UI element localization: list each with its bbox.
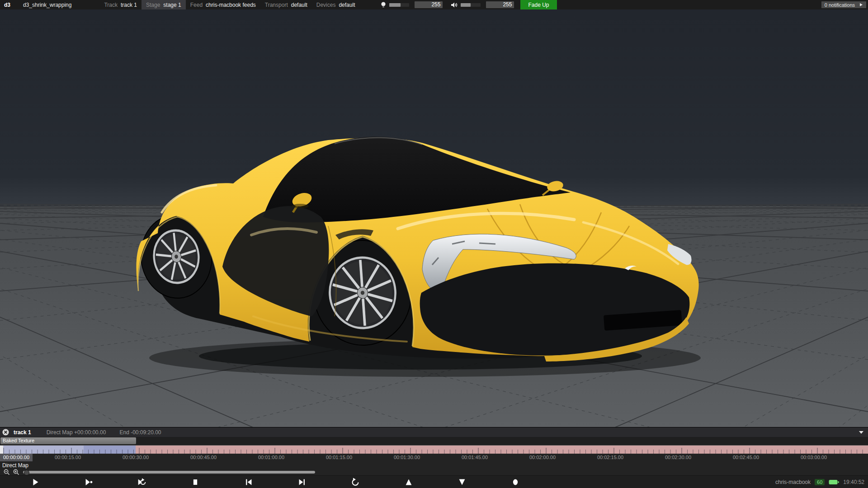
- stop-button[interactable]: [186, 476, 204, 488]
- brightness-control: 255: [380, 1, 443, 8]
- stop-icon: [190, 477, 200, 487]
- menu-track[interactable]: Tracktrack 1: [99, 0, 142, 9]
- brightness-value[interactable]: 255: [415, 1, 443, 8]
- play-to-next-section-button[interactable]: [80, 476, 98, 488]
- previous-section-button[interactable]: [240, 476, 258, 488]
- timeline-zoom-row: [0, 469, 868, 475]
- track-header: track 1 Direct Map +00:00:00.00 End -00:…: [0, 427, 868, 437]
- brightness-slider[interactable]: [389, 3, 409, 7]
- current-time: 00:00:00.00: [0, 454, 33, 461]
- machine-name: chris-macbook: [775, 479, 811, 485]
- time-label: 00:01:30.00: [394, 455, 420, 460]
- menu-bar: Tracktrack 1Stagestage 1Feedchris-macboo…: [99, 0, 359, 9]
- track-end[interactable]: End -00:09:20.00: [119, 429, 161, 436]
- timeline-scroll-knob[interactable]: [24, 470, 29, 475]
- previous-track-button[interactable]: [400, 476, 418, 488]
- loop-section-button[interactable]: [133, 476, 151, 488]
- playhead[interactable]: [0, 446, 3, 454]
- fade-up-button[interactable]: Fade Up: [520, 0, 557, 9]
- time-label: 00:03:00.00: [801, 455, 827, 460]
- previous-track-icon: [404, 477, 414, 487]
- battery-icon: [829, 479, 839, 485]
- play-button[interactable]: [26, 476, 44, 488]
- volume-value[interactable]: 255: [486, 1, 514, 8]
- time-label: 00:00:15.00: [55, 455, 81, 460]
- clock: 19:40:52: [843, 479, 864, 485]
- next-track-icon: [457, 477, 467, 487]
- play-to-next-section-icon: [84, 477, 94, 487]
- direct-map-label: Direct Map: [2, 462, 28, 469]
- menu-label: Devices: [316, 2, 336, 8]
- menu-stage[interactable]: Stagestage 1: [142, 0, 186, 9]
- time-label: 00:01:45.00: [462, 455, 488, 460]
- status-area: chris-macbook 60 19:40:52: [775, 476, 864, 488]
- volume-icon: [451, 2, 458, 8]
- return-to-start-button[interactable]: [346, 476, 364, 488]
- play-icon: [30, 477, 40, 487]
- close-icon[interactable]: [2, 429, 9, 436]
- next-section-icon: [297, 477, 307, 487]
- menu-label: Feed: [190, 2, 203, 8]
- brightness-icon: [380, 1, 387, 8]
- zoom-out-icon[interactable]: [4, 469, 10, 475]
- time-labels: 00:00:00.00 00:00:15.0000:00:30.0000:00:…: [0, 454, 868, 462]
- track-direct-map[interactable]: Direct Map +00:00:00.00: [47, 429, 106, 436]
- app-logo[interactable]: d3: [4, 2, 10, 8]
- fps-badge: 60: [815, 479, 825, 485]
- top-toolbar: d3 d3_shrink_wrapping Tracktrack 1Stages…: [0, 0, 868, 10]
- menu-value: default: [291, 2, 307, 8]
- time-label: 00:02:00.00: [529, 455, 556, 460]
- timeline-ruler[interactable]: [0, 445, 868, 454]
- next-section-button[interactable]: [293, 476, 311, 488]
- notifications-label: 0 notifications: [825, 2, 855, 8]
- menu-value: default: [339, 2, 355, 8]
- menu-devices[interactable]: Devicesdefault: [312, 0, 360, 9]
- menu-value: chris-macbook feeds: [206, 2, 256, 8]
- loop-section-icon: [137, 477, 147, 487]
- track-name[interactable]: track 1: [14, 429, 31, 436]
- menu-value: stage 1: [163, 2, 181, 8]
- time-label: 00:02:45.00: [733, 455, 759, 460]
- time-label: 00:00:45.00: [190, 455, 217, 460]
- return-to-start-icon: [350, 477, 360, 487]
- menu-value: track 1: [121, 2, 137, 8]
- menu-feed[interactable]: Feedchris-macbook feeds: [186, 0, 260, 9]
- volume-slider[interactable]: [461, 3, 481, 7]
- menu-label: Transport: [265, 2, 288, 8]
- time-label: 00:02:15.00: [597, 455, 623, 460]
- next-track-button[interactable]: [453, 476, 471, 488]
- menu-label: Track: [104, 2, 118, 8]
- notifications-button[interactable]: 0 notifications: [821, 1, 866, 8]
- volume-control: 255: [451, 1, 514, 8]
- time-label: 00:01:15.00: [326, 455, 352, 460]
- time-label: 00:00:30.00: [123, 455, 149, 460]
- timeline-scroll-slider[interactable]: [23, 471, 315, 474]
- previous-section-icon: [244, 477, 254, 487]
- time-label: 00:01:00.00: [258, 455, 284, 460]
- zoom-in-icon[interactable]: [13, 469, 19, 475]
- layer-row: Baked Texture: [0, 437, 868, 445]
- project-name[interactable]: d3_shrink_wrapping: [23, 2, 71, 8]
- time-label: 00:02:30.00: [665, 455, 691, 460]
- layer-baked-texture[interactable]: Baked Texture: [0, 437, 136, 444]
- record-icon: [510, 477, 520, 487]
- record-button[interactable]: [506, 476, 524, 488]
- direct-map-row: Direct Map: [0, 462, 868, 469]
- notifications-expand-icon: [859, 3, 863, 7]
- transport-bar: chris-macbook 60 19:40:52: [0, 475, 868, 488]
- stage-viewport[interactable]: [0, 9, 868, 427]
- collapse-icon[interactable]: [859, 431, 863, 434]
- menu-label: Stage: [146, 2, 160, 8]
- menu-transport[interactable]: Transportdefault: [260, 0, 312, 9]
